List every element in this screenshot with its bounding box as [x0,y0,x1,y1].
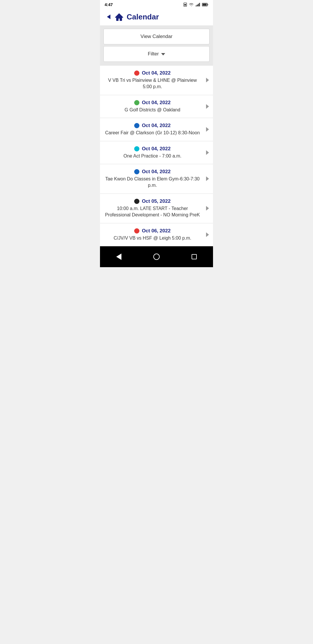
event-dot [134,146,139,151]
sim-icon [183,3,187,7]
nav-back-button[interactable] [112,250,125,263]
page-title: Calendar [127,12,159,21]
status-bar: 4:47 [100,0,213,9]
svg-rect-1 [184,4,186,6]
filter-button[interactable]: Filter [103,46,210,62]
event-title: V VB Tri vs Plainview & LHNE @ Plainview… [105,77,200,90]
filter-label: Filter [148,51,159,57]
event-dot [134,169,139,174]
main-content: View Calendar Filter Oct 04, 2022V VB Tr… [100,26,213,246]
button-section: View Calendar Filter [100,26,213,63]
svg-rect-3 [197,5,198,6]
event-dot [134,100,139,105]
event-header: Oct 05, 2022 [105,198,200,204]
filter-chevron-icon [161,53,165,55]
chevron-right-icon [206,127,209,132]
chevron-right-icon [206,104,209,109]
wifi-icon [189,3,194,7]
event-dot [134,228,139,234]
event-header: Oct 06, 2022 [105,228,200,234]
event-title: C/JV/V VB vs HSF @ Leigh 5:00 p.m. [105,235,200,241]
nav-back-icon [116,254,121,260]
event-item[interactable]: Oct 04, 2022G Golf Districts @ Oakland [100,95,213,118]
event-title: One Act Practice - 7:00 a.m. [105,153,200,159]
back-button[interactable] [104,12,113,21]
event-date: Oct 04, 2022 [142,169,170,175]
nav-home-icon [153,254,160,260]
home-button[interactable] [114,12,124,21]
battery-icon [202,3,208,6]
event-header: Oct 04, 2022 [105,123,200,129]
top-nav: Calendar [100,9,213,26]
status-time: 4:47 [105,2,113,7]
event-header: Oct 04, 2022 [105,70,200,76]
view-calendar-button[interactable]: View Calendar [103,29,210,44]
event-date: Oct 04, 2022 [142,146,170,152]
event-dot [134,199,139,204]
nav-recents-icon [192,254,197,259]
event-item[interactable]: Oct 04, 2022Tae Kwon Do Classes in Elem … [100,164,213,194]
event-title: 10:00 a.m. LATE START - Teacher Professi… [105,205,200,218]
event-header: Oct 04, 2022 [105,146,200,152]
event-header: Oct 04, 2022 [105,100,200,106]
event-date: Oct 05, 2022 [142,198,170,204]
svg-rect-4 [198,4,199,6]
nav-recents-button[interactable] [188,250,201,263]
back-arrow-icon [107,15,110,19]
event-header: Oct 04, 2022 [105,169,200,175]
nav-home-button[interactable] [150,250,163,263]
svg-rect-8 [208,4,208,6]
event-dot [134,123,139,128]
event-date: Oct 06, 2022 [142,228,170,234]
event-date: Oct 04, 2022 [142,70,170,76]
event-title: Career Fair @ Clarkson (Gr 10-12) 8:30-N… [105,130,200,136]
event-title: Tae Kwon Do Classes in Elem Gym-6:30-7:3… [105,176,200,189]
home-icon [115,13,123,21]
event-item[interactable]: Oct 06, 2022C/JV/V VB vs HSF @ Leigh 5:0… [100,223,213,246]
events-list: Oct 04, 2022V VB Tri vs Plainview & LHNE… [100,65,213,246]
chevron-right-icon [206,176,209,181]
event-item[interactable]: Oct 04, 2022One Act Practice - 7:00 a.m. [100,141,213,164]
chevron-right-icon [206,206,209,211]
svg-rect-5 [199,3,200,6]
bottom-nav [100,246,213,267]
chevron-right-icon [206,150,209,155]
signal-icon [195,3,201,7]
event-date: Oct 04, 2022 [142,100,170,106]
status-icons [183,3,208,7]
chevron-right-icon [206,232,209,237]
svg-rect-2 [196,6,196,6]
event-item[interactable]: Oct 04, 2022V VB Tri vs Plainview & LHNE… [100,65,213,95]
event-item[interactable]: Oct 05, 202210:00 a.m. LATE START - Teac… [100,194,213,223]
event-date: Oct 04, 2022 [142,123,170,129]
chevron-right-icon [206,78,209,82]
event-item[interactable]: Oct 04, 2022Career Fair @ Clarkson (Gr 1… [100,118,213,141]
event-title: G Golf Districts @ Oakland [105,107,200,113]
svg-rect-7 [203,4,207,6]
event-dot [134,70,139,76]
